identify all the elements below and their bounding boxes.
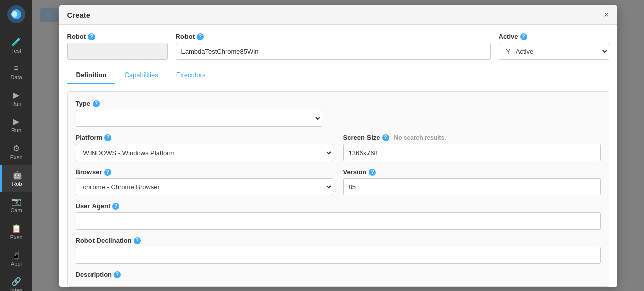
exec-icon: ⚙ <box>13 143 20 153</box>
browser-version-row: Browser ? chrome - Chrome Browser firefo… <box>76 168 601 195</box>
description-label: Description ? <box>76 271 601 278</box>
robot-declination-group: Robot Declination ? <box>76 237 601 264</box>
rob-icon: 🤖 <box>12 170 22 180</box>
platform-label: Platform ? <box>76 134 333 141</box>
tab-capabilities[interactable]: Capabilities <box>115 67 167 84</box>
platform-help-icon[interactable]: ? <box>104 134 111 141</box>
type-label: Type ? <box>76 100 601 107</box>
robot-declination-help-icon[interactable]: ? <box>134 237 141 244</box>
version-label: Version ? <box>343 168 601 176</box>
no-search-results: No search results. <box>394 134 446 141</box>
version-input[interactable] <box>343 178 601 195</box>
browser-select[interactable]: chrome - Chrome Browser firefox - Firefo… <box>76 178 333 195</box>
active-select[interactable]: Y - Active N - Inactive <box>499 43 609 60</box>
type-select[interactable] <box>76 110 322 127</box>
sidebar-item-label: Rob <box>12 181 22 187</box>
robot-name-input[interactable] <box>176 43 491 60</box>
app-logo[interactable] <box>6 4 26 24</box>
sidebar-item-label: Cam <box>10 207 22 213</box>
screen-size-help-icon[interactable]: ? <box>382 134 389 141</box>
robot-declination-label: Robot Declination ? <box>76 237 601 244</box>
robot-icon-group: Robot ? <box>67 33 168 60</box>
browser-col: Browser ? chrome - Chrome Browser firefo… <box>76 168 333 195</box>
platform-select[interactable]: WINDOWS - Windows Platform LINUX - Linux… <box>76 144 333 161</box>
browser-help-icon[interactable]: ? <box>104 169 111 176</box>
version-col: Version ? <box>343 168 601 195</box>
sidebar-item-exec[interactable]: ⚙ Exec <box>0 138 32 165</box>
active-label: Active ? <box>499 33 609 40</box>
appl-icon: 📱 <box>11 250 21 260</box>
robot-name-help[interactable]: ? <box>197 33 204 40</box>
screen-size-input[interactable] <box>343 144 601 161</box>
sidebar-item-test[interactable]: 🧪 Test <box>0 32 32 59</box>
user-agent-label: User Agent ? <box>76 202 601 210</box>
top-form-row: Robot ? Robot ? <box>67 33 609 60</box>
screen-size-col: Screen Size ? No search results. <box>343 134 601 161</box>
user-agent-help-icon[interactable]: ? <box>112 203 119 210</box>
screen-size-group: Screen Size ? No search results. <box>343 134 601 161</box>
robot-icon-help[interactable]: ? <box>88 33 95 40</box>
tab-group: Definition Capabilities Executors <box>67 67 609 84</box>
modal-overlay: Create × Robot ? <box>32 0 644 291</box>
browser-label: Browser ? <box>76 168 333 176</box>
run2-icon: ▶ <box>13 117 19 126</box>
version-group: Version ? <box>343 168 601 195</box>
main-content: d Create × Robot ? <box>32 0 644 291</box>
sidebar-item-label: Appl <box>11 261 22 267</box>
tab-executors[interactable]: Executors <box>167 67 215 84</box>
modal-body: Robot ? Robot ? <box>59 25 617 287</box>
sidebar-item-label: Exec <box>10 234 22 240</box>
version-help-icon[interactable]: ? <box>369 169 376 176</box>
sidebar-item-label: Run <box>11 127 21 133</box>
modal-header: Create × <box>59 5 617 25</box>
description-help-icon[interactable]: ? <box>114 271 121 278</box>
tab-definition[interactable]: Definition <box>67 67 116 84</box>
sidebar-item-cam[interactable]: 📷 Cam <box>0 192 32 219</box>
active-help[interactable]: ? <box>520 33 527 40</box>
sidebar-item-label: Run <box>11 101 21 107</box>
data-icon: ≡ <box>14 64 18 73</box>
robot-declination-input[interactable] <box>76 247 601 264</box>
sidebar-item-label: Test <box>11 48 21 54</box>
sidebar-item-run2[interactable]: ▶ Run <box>0 112 32 138</box>
sidebar-item-rob[interactable]: 🤖 Rob <box>0 165 32 192</box>
cam-icon: 📷 <box>11 197 21 206</box>
platform-screensize-row: Platform ? WINDOWS - Windows Platform LI… <box>76 134 601 161</box>
sidebar-item-label: Exec <box>10 154 22 160</box>
active-group: Active ? Y - Active N - Inactive <box>499 33 609 60</box>
sidebar-item-exec2[interactable]: 📋 Exec <box>0 219 32 245</box>
sidebar-item-label: Integ <box>10 287 22 291</box>
robot-name-label: Robot ? <box>176 33 491 40</box>
robot-name-group: Robot ? <box>176 33 491 60</box>
exec2-icon: 📋 <box>11 224 21 233</box>
sidebar-item-data[interactable]: ≡ Data <box>0 59 32 85</box>
user-agent-group: User Agent ? <box>76 202 601 230</box>
sidebar-item-run[interactable]: ▶ Run <box>0 85 32 112</box>
sidebar-item-integ[interactable]: 🔗 Integ <box>0 272 32 291</box>
browser-group: Browser ? chrome - Chrome Browser firefo… <box>76 168 333 195</box>
sidebar: 🧪 Test ≡ Data ▶ Run ▶ Run ⚙ Exec 🤖 Rob 📷… <box>0 0 32 291</box>
run-icon: ▶ <box>13 90 19 100</box>
user-agent-input[interactable] <box>76 212 601 230</box>
create-modal: Create × Robot ? <box>59 5 617 287</box>
integ-icon: 🔗 <box>11 277 21 286</box>
platform-group: Platform ? WINDOWS - Windows Platform LI… <box>76 134 333 161</box>
description-group: Description ? <box>76 271 601 278</box>
modal-title: Create <box>67 11 91 19</box>
platform-col: Platform ? WINDOWS - Windows Platform LI… <box>76 134 333 161</box>
test-icon: 🧪 <box>11 37 21 47</box>
type-help-icon[interactable]: ? <box>93 100 100 107</box>
type-group: Type ? <box>76 100 601 127</box>
modal-close-button[interactable]: × <box>604 10 609 19</box>
robot-icon-box <box>67 43 168 60</box>
screen-size-label: Screen Size ? No search results. <box>343 134 601 141</box>
sidebar-item-label: Data <box>10 74 22 80</box>
robot-icon-label: Robot ? <box>67 33 168 40</box>
sidebar-item-appl[interactable]: 📱 Appl <box>0 245 32 272</box>
definition-panel: Type ? Platform ? <box>67 91 609 287</box>
